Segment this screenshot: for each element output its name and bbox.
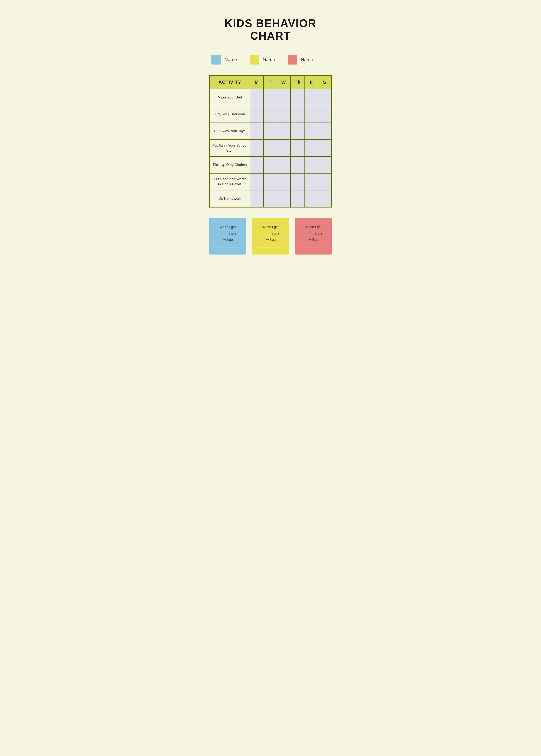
- day-cell-row3-col4[interactable]: [305, 139, 318, 156]
- table-row: Do Homework: [210, 190, 331, 207]
- day-cell-row4-col2[interactable]: [277, 156, 290, 173]
- table-row: Put Away Your Toys: [210, 123, 331, 139]
- day-cell-row5-col2[interactable]: [277, 173, 290, 190]
- activity-cell-4: Pick Up Dirty Clothes: [210, 156, 250, 173]
- day-cell-row1-col2[interactable]: [277, 106, 290, 123]
- day-cell-row4-col4[interactable]: [305, 156, 318, 173]
- page-title: KIDS BEHAVIOR CHART: [209, 17, 332, 42]
- day-cell-row3-col1[interactable]: [264, 139, 277, 156]
- day-cell-row1-col3[interactable]: [290, 106, 305, 123]
- table-row: Put Away Your School Stuff: [210, 139, 331, 156]
- page: KIDS BEHAVIOR CHART Name Name Name ACTIV…: [195, 4, 346, 267]
- day-cell-row0-col3[interactable]: [290, 89, 305, 106]
- reward-yellow-line1: When I get: [257, 224, 284, 230]
- reward-pink-line3: I will get: [299, 237, 327, 243]
- legend-color-yellow: [250, 55, 259, 65]
- reward-blue-line4: [214, 247, 242, 247]
- day-cell-row2-col2[interactable]: [277, 123, 290, 139]
- legend-label-pink: Name: [301, 57, 313, 63]
- day-cell-row4-col3[interactable]: [290, 156, 305, 173]
- reward-blue-line3: I will get: [214, 237, 242, 243]
- day-cell-row5-col5[interactable]: [318, 173, 331, 190]
- day-cell-row2-col0[interactable]: [250, 123, 264, 139]
- reward-blue-line1: When I get: [214, 224, 242, 230]
- day-cell-row6-col4[interactable]: [305, 190, 318, 207]
- day-cell-row5-col3[interactable]: [290, 173, 305, 190]
- day-cell-row5-col1[interactable]: [264, 173, 277, 190]
- day-cell-row6-col1[interactable]: [264, 190, 277, 207]
- day-cell-row1-col0[interactable]: [250, 106, 264, 123]
- reward-card-yellow: When I get _____ stars I will get: [252, 218, 288, 255]
- rewards-section: When I get _____ stars I will get When I…: [209, 218, 332, 255]
- activity-header: ACTIVITY: [210, 76, 250, 89]
- day-cell-row1-col1[interactable]: [264, 106, 277, 123]
- activity-cell-3: Put Away Your School Stuff: [210, 139, 250, 156]
- header-wednesday: W: [277, 76, 290, 89]
- day-cell-row0-col4[interactable]: [305, 89, 318, 106]
- day-cell-row0-col2[interactable]: [277, 89, 290, 106]
- table-row: Put Food and Water in Dog's Bowls: [210, 173, 331, 190]
- day-cell-row1-col4[interactable]: [305, 106, 318, 123]
- legend-label-yellow: Name: [263, 57, 275, 63]
- day-cell-row2-col5[interactable]: [318, 123, 331, 139]
- day-cell-row6-col5[interactable]: [318, 190, 331, 207]
- day-cell-row2-col3[interactable]: [290, 123, 305, 139]
- reward-pink-line2: _____ stars: [299, 230, 327, 237]
- header-thursday: Th: [290, 76, 305, 89]
- day-cell-row2-col4[interactable]: [305, 123, 318, 139]
- day-cell-row5-col4[interactable]: [305, 173, 318, 190]
- day-cell-row0-col0[interactable]: [250, 89, 264, 106]
- day-cell-row4-col5[interactable]: [318, 156, 331, 173]
- day-cell-row6-col3[interactable]: [290, 190, 305, 207]
- table-row: Pick Up Dirty Clothes: [210, 156, 331, 173]
- day-cell-row4-col0[interactable]: [250, 156, 264, 173]
- legend-color-pink: [287, 55, 297, 65]
- activity-cell-0: Make Your Bed: [210, 89, 250, 106]
- day-cell-row4-col1[interactable]: [264, 156, 277, 173]
- day-cell-row3-col5[interactable]: [318, 139, 331, 156]
- reward-yellow-line4: [257, 247, 284, 247]
- legend-label-blue: Name: [225, 57, 237, 63]
- reward-card-pink: When I get _____ stars I will get: [295, 218, 332, 255]
- legend-color-blue: [212, 55, 221, 65]
- reward-blue-line2: _____ stars: [214, 230, 242, 237]
- legend: Name Name Name: [212, 55, 332, 65]
- behavior-chart-table: ACTIVITY M T W Th F S Make Your BedTidy …: [209, 75, 332, 207]
- day-cell-row0-col5[interactable]: [318, 89, 331, 106]
- legend-item-yellow: Name: [250, 55, 275, 65]
- legend-item-blue: Name: [212, 55, 237, 65]
- reward-pink-line1: When I get: [299, 224, 327, 230]
- header-saturday: S: [318, 76, 331, 89]
- reward-pink-line4: [299, 247, 327, 247]
- day-cell-row1-col5[interactable]: [318, 106, 331, 123]
- legend-item-pink: Name: [287, 55, 313, 65]
- reward-yellow-line2: _____ stars: [257, 230, 284, 237]
- day-cell-row3-col2[interactable]: [277, 139, 290, 156]
- reward-yellow-line3: I will get: [257, 237, 284, 243]
- reward-card-blue: When I get _____ stars I will get: [209, 218, 246, 255]
- day-cell-row6-col2[interactable]: [277, 190, 290, 207]
- activity-cell-5: Put Food and Water in Dog's Bowls: [210, 173, 250, 190]
- activity-cell-6: Do Homework: [210, 190, 250, 207]
- day-cell-row2-col1[interactable]: [264, 123, 277, 139]
- header-tuesday: T: [264, 76, 277, 89]
- table-header-row: ACTIVITY M T W Th F S: [210, 76, 331, 89]
- table-row: Make Your Bed: [210, 89, 331, 106]
- activity-cell-1: Tidy Your Bedroom: [210, 106, 250, 123]
- day-cell-row0-col1[interactable]: [264, 89, 277, 106]
- day-cell-row3-col3[interactable]: [290, 139, 305, 156]
- activity-cell-2: Put Away Your Toys: [210, 123, 250, 139]
- day-cell-row6-col0[interactable]: [250, 190, 264, 207]
- day-cell-row5-col0[interactable]: [250, 173, 264, 190]
- header-friday: F: [305, 76, 318, 89]
- day-cell-row3-col0[interactable]: [250, 139, 264, 156]
- header-monday: M: [250, 76, 264, 89]
- table-row: Tidy Your Bedroom: [210, 106, 331, 123]
